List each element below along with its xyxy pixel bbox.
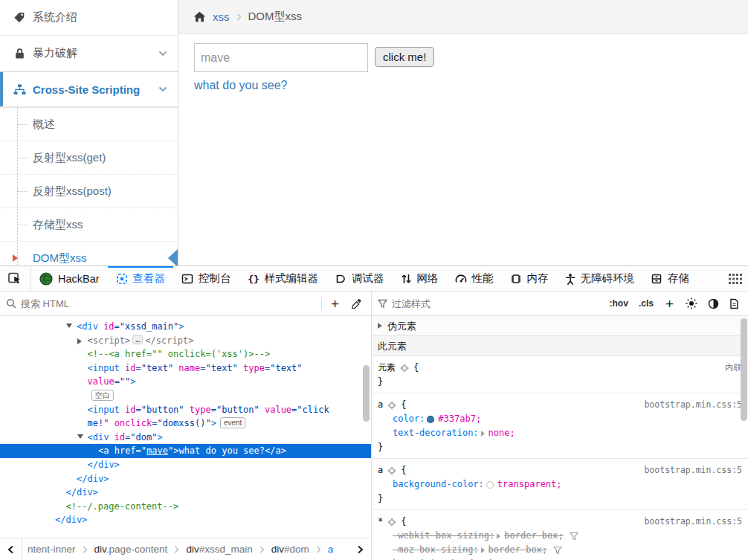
devtools-tab-network[interactable]: 网络 bbox=[393, 266, 447, 291]
style-filter-row: :hov .cls + bbox=[372, 292, 748, 316]
node-breadcrumb-item[interactable]: a bbox=[328, 544, 334, 555]
selector-highlighter-icon[interactable] bbox=[387, 466, 396, 475]
html-tree-line[interactable]: me!" onclick="domxss()">event bbox=[0, 416, 371, 431]
light-scheme-icon[interactable] bbox=[683, 297, 700, 309]
devtools-tab-style-editor[interactable]: {}样式编辑器 bbox=[239, 266, 327, 291]
color-swatch[interactable] bbox=[486, 481, 494, 489]
html-tree-line[interactable]: </div> bbox=[0, 486, 371, 500]
html-tree-line[interactable]: <!--<a href="" onclick=('xss')>--> bbox=[0, 347, 371, 361]
sidebar-item-xss[interactable]: Cross-Site Scripting bbox=[0, 71, 178, 107]
devtools-tab-memory[interactable]: 内存 bbox=[502, 266, 557, 291]
sidebar-subitem-dom[interactable]: DOM型xss bbox=[0, 242, 178, 265]
rule-selector: a bbox=[378, 398, 383, 412]
collapse-twisty[interactable] bbox=[77, 434, 83, 439]
payload-input[interactable] bbox=[194, 43, 368, 72]
sidebar-subitem-reflected-post[interactable]: 反射型xss(post) bbox=[0, 175, 178, 208]
print-simulation-icon[interactable] bbox=[726, 298, 742, 309]
scrollbar-thumb[interactable] bbox=[741, 318, 747, 421]
expand-twisty[interactable] bbox=[481, 547, 485, 553]
breadcrumb: xss DOM型xss bbox=[178, 0, 748, 34]
css-declaration[interactable]: box-sizing: border-box; bbox=[378, 557, 742, 560]
expand-twisty[interactable] bbox=[378, 323, 382, 329]
dark-scheme-icon[interactable] bbox=[705, 298, 722, 309]
home-icon[interactable] bbox=[193, 11, 206, 22]
sidebar-subitem-overview[interactable]: 概述 bbox=[0, 108, 178, 141]
pseudo-elements-header[interactable]: 伪元素 bbox=[372, 316, 748, 336]
devtools-tab-inspector[interactable]: 查看器 bbox=[108, 266, 174, 291]
breadcrumb-scroll-right[interactable] bbox=[349, 538, 371, 560]
html-tree-line[interactable]: <input id="text" name="text" type="text" bbox=[0, 361, 371, 376]
html-tree-line[interactable]: <!--/.page-content--> bbox=[0, 500, 371, 514]
css-declaration[interactable]: -webkit-box-sizing: border-box; bbox=[378, 529, 742, 543]
css-declaration[interactable]: -moz-box-sizing: border-box; bbox=[378, 543, 742, 557]
click-me-button[interactable]: click me! bbox=[375, 47, 434, 67]
page-content: click me! what do you see? bbox=[178, 34, 748, 92]
class-toggle[interactable]: .cls bbox=[636, 298, 657, 309]
css-declaration[interactable]: text-decoration: none; bbox=[378, 426, 742, 440]
add-rule-button[interactable]: + bbox=[661, 297, 678, 311]
rule-source-link[interactable]: bootstrap.min.css:5 bbox=[644, 515, 742, 529]
devtools-tab-console[interactable]: 控制台 bbox=[173, 266, 239, 291]
element-picker-button[interactable] bbox=[0, 266, 31, 291]
selector-highlighter-icon[interactable] bbox=[387, 401, 396, 410]
pseudo-class-toggle[interactable]: :hov bbox=[607, 298, 631, 309]
more-tabs-grid-icon[interactable] bbox=[729, 266, 748, 291]
html-tree-line[interactable]: <input id="button" type="button" value="… bbox=[0, 403, 371, 417]
node-breadcrumb-item[interactable]: ntent-inner bbox=[28, 544, 76, 555]
expand-twisty[interactable] bbox=[77, 338, 82, 344]
sidebar-subitem-reflected-get[interactable]: 反射型xss(get) bbox=[0, 141, 178, 175]
selector-highlighter-icon[interactable] bbox=[387, 518, 396, 527]
what-do-you-see-link[interactable]: what do you see? bbox=[194, 79, 287, 92]
sidebar-subitem-label: 概述 bbox=[33, 118, 55, 132]
devtools-tab-hackbar[interactable]: HackBar bbox=[31, 266, 108, 291]
html-search-input[interactable] bbox=[21, 298, 317, 309]
sidebar-submenu: 概述反射型xss(get)反射型xss(post)存储型xssDOM型xss bbox=[0, 107, 178, 265]
sidebar-item-bruteforce[interactable]: 暴力破解 bbox=[0, 36, 178, 71]
html-tree-line[interactable]: 空白 bbox=[0, 389, 371, 403]
devtools-tab-debugger[interactable]: 调试器 bbox=[326, 266, 393, 291]
css-rule: a {bootstrap.min.css:5color: #337ab7;tex… bbox=[372, 393, 748, 459]
overridden-filter-icon[interactable] bbox=[570, 532, 578, 541]
html-tree-line[interactable]: <a href="mave">what do you see?</a> bbox=[0, 444, 371, 458]
add-node-button[interactable]: + bbox=[326, 297, 344, 311]
color-swatch[interactable] bbox=[427, 416, 434, 423]
rule-source-link[interactable]: bootstrap.min.css:5 bbox=[644, 463, 742, 477]
sidebar-subitem-label: 存储型xss bbox=[33, 218, 83, 232]
rule-source-link[interactable]: bootstrap.min.css:5 bbox=[644, 398, 742, 412]
overridden-filter-icon[interactable] bbox=[553, 546, 562, 555]
collapse-twisty[interactable] bbox=[66, 324, 72, 328]
sidebar-subitem-stored[interactable]: 存储型xss bbox=[0, 208, 178, 242]
node-badge: 空白 bbox=[91, 390, 114, 401]
sidebar-item-label: 系统介绍 bbox=[33, 10, 77, 25]
expand-twisty[interactable] bbox=[481, 431, 485, 437]
expand-twisty[interactable] bbox=[497, 533, 500, 539]
css-declaration[interactable]: color: #337ab7; bbox=[378, 412, 742, 426]
node-breadcrumb-item[interactable]: div#dom bbox=[271, 544, 309, 555]
html-tree-line[interactable]: </div> bbox=[0, 458, 371, 472]
html-tree-line[interactable]: <div id="dom"> bbox=[0, 431, 371, 445]
inspector-pane: + <div id="xssd_main"><script>…</script>… bbox=[0, 292, 372, 560]
eyedropper-icon[interactable] bbox=[348, 298, 365, 309]
sidebar-item-intro[interactable]: 系统介绍 bbox=[0, 0, 178, 36]
html-tree-line[interactable]: </div> bbox=[0, 513, 371, 527]
style-filter-input[interactable] bbox=[392, 298, 602, 309]
devtools-tabs: HackBar查看器控制台{}样式编辑器调试器网络性能内存无障碍环境存储 bbox=[31, 266, 729, 291]
selector-highlighter-icon[interactable] bbox=[400, 364, 409, 373]
devtools-tab-storage[interactable]: 存储 bbox=[642, 266, 697, 291]
html-tree-line[interactable]: <script>…</script> bbox=[0, 334, 371, 348]
chevron-right-icon bbox=[316, 546, 321, 553]
html-tree-line[interactable]: <div id="xssd_main"> bbox=[0, 320, 371, 334]
devtools-tab-accessibility[interactable]: 无障碍环境 bbox=[557, 266, 643, 291]
css-declaration[interactable]: background-color: transparent; bbox=[378, 477, 742, 492]
html-tree-line[interactable]: </div> bbox=[0, 472, 371, 486]
node-breadcrumb-item[interactable]: div#xssd_main bbox=[186, 544, 252, 555]
divider bbox=[321, 297, 322, 310]
breadcrumb-scroll-left[interactable] bbox=[0, 538, 22, 560]
lock-icon bbox=[13, 48, 26, 59]
this-element-header: 此元素 bbox=[372, 336, 748, 356]
devtools-tab-performance[interactable]: 性能 bbox=[447, 266, 502, 291]
node-breadcrumb-item[interactable]: div.page-content bbox=[94, 544, 168, 555]
html-search-row: + bbox=[0, 292, 371, 316]
breadcrumb-link-xss[interactable]: xss bbox=[213, 10, 230, 23]
html-tree-line[interactable]: value=""> bbox=[0, 375, 371, 389]
